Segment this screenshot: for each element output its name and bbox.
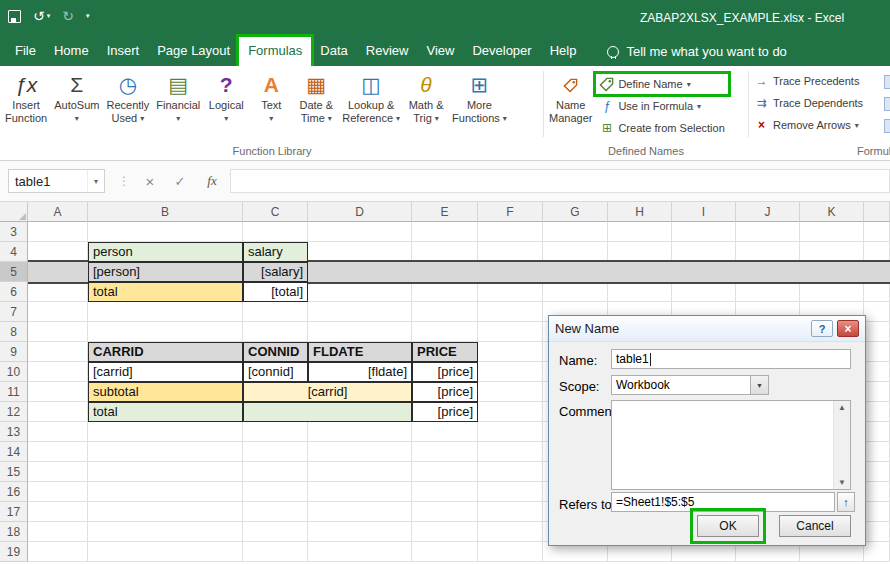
cell-D6[interactable] bbox=[308, 282, 412, 302]
cell-H3[interactable] bbox=[608, 222, 672, 242]
cell-A14[interactable] bbox=[28, 442, 88, 462]
cell-D18[interactable] bbox=[308, 522, 412, 542]
column-header-H[interactable]: H bbox=[608, 202, 672, 222]
cell-F12[interactable] bbox=[478, 402, 543, 422]
cell-C14[interactable] bbox=[243, 442, 308, 462]
lookup-reference-button[interactable]: ◫Lookup &Reference▾ bbox=[339, 69, 403, 127]
more-functions-button[interactable]: ⊞MoreFunctions▾ bbox=[449, 69, 510, 127]
cell-A15[interactable] bbox=[28, 462, 88, 482]
cell-A16[interactable] bbox=[28, 482, 88, 502]
cell-F13[interactable] bbox=[478, 422, 543, 442]
row-header-13[interactable]: 13 bbox=[0, 422, 28, 442]
cell-C11[interactable]: [carrid] bbox=[243, 382, 412, 402]
name-manager-button[interactable]: NameManager bbox=[546, 69, 595, 127]
cell-I6[interactable] bbox=[672, 282, 736, 302]
cell-x8[interactable] bbox=[864, 322, 890, 342]
cell-C8[interactable] bbox=[243, 322, 308, 342]
cell-C12[interactable] bbox=[243, 402, 412, 422]
dialog-close-button[interactable]: × bbox=[837, 320, 859, 337]
cell-F19[interactable] bbox=[478, 542, 543, 562]
ok-button[interactable]: OK bbox=[697, 515, 759, 537]
cell-B13[interactable] bbox=[88, 422, 243, 442]
cell-F6[interactable] bbox=[478, 282, 543, 302]
cell-H6[interactable] bbox=[608, 282, 672, 302]
cell-A18[interactable] bbox=[28, 522, 88, 542]
cell-B12[interactable]: total bbox=[88, 402, 243, 422]
cell-x19[interactable] bbox=[864, 542, 890, 562]
cell-F4[interactable] bbox=[478, 242, 543, 262]
customize-quick-access-button[interactable]: ▾ bbox=[86, 8, 90, 24]
column-header-G[interactable]: G bbox=[543, 202, 608, 222]
insert-function-fx-button[interactable]: fx bbox=[200, 169, 224, 193]
cell-C10[interactable]: [connid] bbox=[243, 362, 308, 382]
cell-x18[interactable] bbox=[864, 522, 890, 542]
cell-x15[interactable] bbox=[864, 462, 890, 482]
cell-E8[interactable] bbox=[412, 322, 478, 342]
use-in-formula-button[interactable]: ƒUse in Formula▾ bbox=[596, 96, 727, 116]
column-header-J[interactable]: J bbox=[736, 202, 800, 222]
cell-B18[interactable] bbox=[88, 522, 243, 542]
cell-C4[interactable]: salary bbox=[243, 242, 308, 262]
column-header-partial[interactable] bbox=[864, 202, 890, 222]
clipped-ribbon-icon[interactable] bbox=[884, 97, 890, 111]
column-header-B[interactable]: B bbox=[88, 202, 243, 222]
trace-precedents-button[interactable]: →Trace Precedents bbox=[751, 71, 890, 91]
cell-C19[interactable] bbox=[243, 542, 308, 562]
tab-file[interactable]: File bbox=[6, 37, 45, 66]
cell-E16[interactable] bbox=[412, 482, 478, 502]
row-header-7[interactable]: 7 bbox=[0, 302, 28, 322]
clipped-ribbon-icon[interactable] bbox=[884, 75, 890, 89]
row-header-4[interactable]: 4 bbox=[0, 242, 28, 262]
cell-E14[interactable] bbox=[412, 442, 478, 462]
cell-A10[interactable] bbox=[28, 362, 88, 382]
define-name-button[interactable]: Define Name▾ bbox=[596, 74, 727, 94]
cell-C15[interactable] bbox=[243, 462, 308, 482]
cell-A19[interactable] bbox=[28, 542, 88, 562]
cell-C7[interactable] bbox=[243, 302, 308, 322]
column-header-E[interactable]: E bbox=[412, 202, 478, 222]
cell-x14[interactable] bbox=[864, 442, 890, 462]
cell-A17[interactable] bbox=[28, 502, 88, 522]
cell-B16[interactable] bbox=[88, 482, 243, 502]
cell-F16[interactable] bbox=[478, 482, 543, 502]
cell-x7[interactable] bbox=[864, 302, 890, 322]
cell-B5[interactable]: [person] bbox=[88, 262, 243, 282]
cell-K6[interactable] bbox=[800, 282, 864, 302]
row-header-19[interactable]: 19 bbox=[0, 542, 28, 562]
cell-B9[interactable]: CARRID bbox=[88, 342, 243, 362]
cell-E17[interactable] bbox=[412, 502, 478, 522]
cell-J4[interactable] bbox=[736, 242, 800, 262]
row-header-16[interactable]: 16 bbox=[0, 482, 28, 502]
dialog-title-bar[interactable]: New Name ? × bbox=[549, 316, 865, 342]
cell-E18[interactable] bbox=[412, 522, 478, 542]
cell-x3[interactable] bbox=[864, 222, 890, 242]
cell-F14[interactable] bbox=[478, 442, 543, 462]
math-trig-button[interactable]: θMath &Trig▾ bbox=[404, 69, 448, 127]
cell-K4[interactable] bbox=[800, 242, 864, 262]
cell-x4[interactable] bbox=[864, 242, 890, 262]
cell-F11[interactable] bbox=[478, 382, 543, 402]
tab-formulas[interactable]: Formulas bbox=[239, 37, 311, 66]
cell-F15[interactable] bbox=[478, 462, 543, 482]
tell-me-box[interactable]: Tell me what you want to do bbox=[607, 37, 786, 66]
row-header-11[interactable]: 11 bbox=[0, 382, 28, 402]
cell-B4[interactable]: person bbox=[88, 242, 243, 262]
create-from-selection-button[interactable]: ⊞Create from Selection bbox=[596, 118, 727, 138]
tab-developer[interactable]: Developer bbox=[463, 37, 540, 66]
cell-D4[interactable] bbox=[308, 242, 412, 262]
cell-J3[interactable] bbox=[736, 222, 800, 242]
cell-x10[interactable] bbox=[864, 362, 890, 382]
cell-F17[interactable] bbox=[478, 502, 543, 522]
cell-B11[interactable]: subtotal bbox=[88, 382, 243, 402]
cell-I3[interactable] bbox=[672, 222, 736, 242]
cell-K3[interactable] bbox=[800, 222, 864, 242]
formula-bar-resize-handle[interactable]: ⋮ bbox=[118, 174, 130, 188]
financial-button[interactable]: ▤Financial▾ bbox=[153, 69, 203, 127]
cancel-entry-button[interactable]: × bbox=[138, 169, 162, 193]
cell-B8[interactable] bbox=[88, 322, 243, 342]
cell-E6[interactable] bbox=[412, 282, 478, 302]
cell-E9[interactable]: PRICE bbox=[412, 342, 478, 362]
cell-x17[interactable] bbox=[864, 502, 890, 522]
cell-x12[interactable] bbox=[864, 402, 890, 422]
cell-A12[interactable] bbox=[28, 402, 88, 422]
